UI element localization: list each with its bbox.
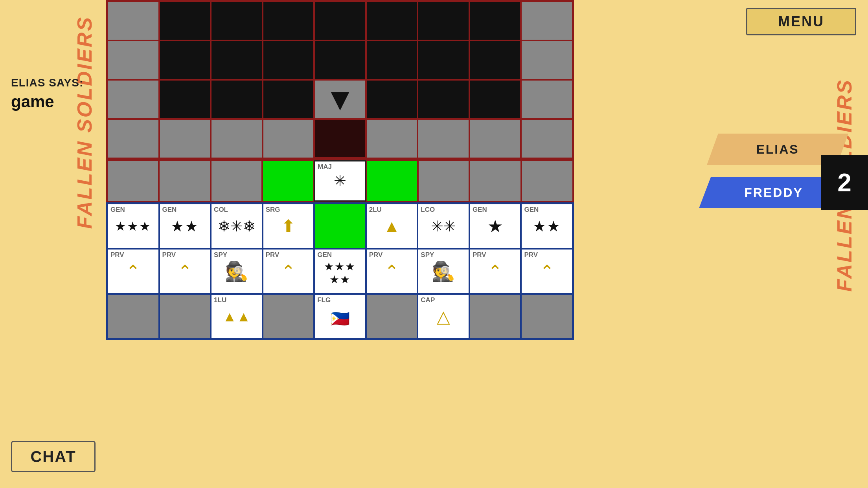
player-cell-empty <box>263 294 314 339</box>
left-panel: FALLEN SOLDIERS ELIAS SAYS: game CHAT <box>0 0 106 488</box>
player-card-col[interactable]: COL ❄✳❄ <box>211 204 263 249</box>
enemy-cell <box>366 80 418 119</box>
rank-label: GEN <box>162 206 177 214</box>
enemy-cell <box>211 1 263 40</box>
rank-label: GEN <box>524 206 539 214</box>
player-card-prv4[interactable]: PRV ⌃ <box>366 249 418 294</box>
enemy-selected-cell[interactable] <box>314 119 366 158</box>
enemy-cell <box>469 119 521 158</box>
player-card-gen2[interactable]: GEN ★★ <box>159 204 211 249</box>
rank-label: CAP <box>421 296 435 304</box>
rank-label: GEN <box>317 251 332 259</box>
player-card-gen-multi[interactable]: GEN ★★★ ★★ <box>314 249 366 294</box>
rank-label: MAJ <box>318 163 332 171</box>
enemy-cell <box>107 40 159 80</box>
menu-button[interactable]: MENU <box>746 8 856 35</box>
score-badge-container: ELIAS 2 FREDDY <box>687 134 868 212</box>
card-stars: ★★★ <box>115 219 151 234</box>
arrow-down-icon: ▼ <box>324 84 355 115</box>
player-zone: GEN ★★★ GEN ★★ COL ❄✳❄ SRG ⬆ <box>106 202 574 340</box>
player-green-cell[interactable] <box>314 204 366 249</box>
enemy-cell <box>366 1 418 40</box>
enemy-cell <box>366 119 418 158</box>
rank-label: GEN <box>110 206 125 214</box>
rank-label: FLG <box>317 296 331 304</box>
rank-label: SPY <box>421 251 434 259</box>
freddy-badge-label: FREDDY <box>744 185 803 200</box>
noman-cell <box>418 160 470 202</box>
player-card-srg[interactable]: SRG ⬆ <box>263 204 314 249</box>
player-card-spy2[interactable]: SPY 🕵 <box>417 249 469 294</box>
no-mans-land: MAJ ✳ <box>106 160 574 202</box>
noman-card-maj[interactable]: MAJ ✳ <box>314 160 366 202</box>
rank-label: PRV <box>110 251 124 259</box>
enemy-cell <box>263 40 314 80</box>
enemy-cell <box>417 1 469 40</box>
enemy-cell <box>521 119 573 158</box>
ph-flag-emoji: 🇵🇭 <box>330 310 350 328</box>
noman-cell <box>521 160 573 202</box>
player-cell-empty <box>107 294 159 339</box>
rank-label: COL <box>214 206 228 214</box>
enemy-cell <box>159 80 211 119</box>
right-panel: MENU ELIAS 2 FREDDY FALLEN SOLDIERS <box>574 0 868 488</box>
player-card-prv3[interactable]: PRV ⌃ <box>263 249 314 294</box>
player-card-gen3[interactable]: GEN ★★★ <box>107 204 159 249</box>
player-cell-empty <box>366 294 418 339</box>
score-number: 2 <box>837 168 851 197</box>
player-card-prv5[interactable]: PRV ⌃ <box>469 249 521 294</box>
elias-says-label: ELIAS SAYS: <box>11 77 83 89</box>
enemy-cell <box>107 80 159 119</box>
player-card-spy1[interactable]: SPY 🕵 <box>211 249 263 294</box>
player-card-flg[interactable]: FLG 🇵🇭 <box>314 294 366 339</box>
enemy-cell <box>159 40 211 80</box>
enemy-cell <box>159 119 211 158</box>
enemy-cell <box>521 40 573 80</box>
enemy-cell <box>314 40 366 80</box>
rank-label: PRV <box>524 251 538 259</box>
enemy-cell <box>107 1 159 40</box>
player-card-lco[interactable]: LCO ✳✳ <box>417 204 469 249</box>
noman-green-cell[interactable] <box>366 160 418 202</box>
player-card-prv2[interactable]: PRV ⌃ <box>159 249 211 294</box>
player-card-1lu[interactable]: 1LU ▲▲ <box>211 294 263 339</box>
enemy-cell <box>417 119 469 158</box>
rank-label: 1LU <box>214 296 226 304</box>
rank-label: PRV <box>473 251 486 259</box>
noman-cell <box>107 160 159 202</box>
enemy-cell <box>159 1 211 40</box>
rank-label: LCO <box>421 206 435 214</box>
player-cell-empty <box>521 294 573 339</box>
enemy-cell <box>469 80 521 119</box>
player-cell-empty <box>469 294 521 339</box>
elias-badge-label: ELIAS <box>756 142 799 157</box>
player-cell-empty <box>159 294 211 339</box>
rank-label: PRV <box>369 251 383 259</box>
enemy-cell <box>211 40 263 80</box>
enemy-cell <box>521 80 573 119</box>
player-card-cap[interactable]: CAP △ <box>417 294 469 339</box>
rank-label: 2LU <box>369 206 382 214</box>
game-board: ▼ MAJ ✳ <box>106 0 574 488</box>
enemy-cell <box>263 1 314 40</box>
player-card-prv1[interactable]: PRV ⌃ <box>107 249 159 294</box>
noman-cell <box>211 160 263 202</box>
enemy-cell <box>263 119 314 158</box>
enemy-cell <box>263 80 314 119</box>
elias-says-text: game <box>11 92 83 111</box>
enemy-cell <box>366 40 418 80</box>
rank-label: SPY <box>214 251 227 259</box>
enemy-cell <box>417 40 469 80</box>
player-card-gen2b[interactable]: GEN ★★ <box>521 204 573 249</box>
enemy-cell <box>107 119 159 158</box>
player-card-prv6[interactable]: PRV ⌃ <box>521 249 573 294</box>
noman-cell <box>159 160 211 202</box>
card-symbol: ✳ <box>334 173 346 189</box>
chat-button[interactable]: CHAT <box>11 441 96 472</box>
player-card-gen1[interactable]: GEN ★ <box>469 204 521 249</box>
enemy-cell <box>211 119 263 158</box>
enemy-cell <box>469 1 521 40</box>
elias-says-container: ELIAS SAYS: game <box>11 77 83 111</box>
player-card-2lu[interactable]: 2LU ▲ <box>366 204 418 249</box>
noman-green-cell[interactable] <box>262 160 314 202</box>
